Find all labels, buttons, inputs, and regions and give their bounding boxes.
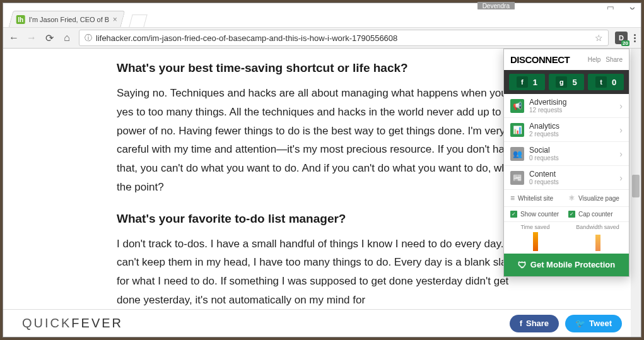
whitelist-label: Whitelist site <box>518 195 553 202</box>
back-button[interactable]: ← <box>8 32 20 44</box>
category-icon: 📰 <box>510 171 524 185</box>
facebook-share-button[interactable]: f Share <box>510 315 559 332</box>
get-mobile-protection-button[interactable]: 🛡 Get Mobile Protection <box>504 254 629 276</box>
shield-icon: 🛡 <box>518 260 527 270</box>
net-count: 1 <box>533 78 537 87</box>
tab-title: I'm Jason Fried, CEO of B <box>29 16 109 23</box>
bookmark-star-icon[interactable]: ☆ <box>595 33 603 43</box>
mobile-btn-label: Get Mobile Protection <box>530 260 615 269</box>
site-info-icon[interactable]: ⓘ <box>85 33 92 44</box>
category-label: Social <box>529 146 614 155</box>
twitter-icon: t <box>595 76 607 88</box>
article-heading-2: What's your favorite to-do list manager? <box>117 212 527 226</box>
article-heading-1: What's your best time-saving shortcut or… <box>117 61 527 75</box>
show-counter-label: Show counter <box>520 211 559 218</box>
article-para-1: Saying no. Techniques and hacks are all … <box>117 84 527 197</box>
tweet-label: Tweet <box>589 319 612 328</box>
disconnect-popup: DISCONNECT Help Share f1g5t0 📢Advertisin… <box>503 49 629 277</box>
net-count: 0 <box>612 78 616 87</box>
logo-part-2: FEVER <box>71 316 123 330</box>
category-requests: 12 requests <box>529 107 614 114</box>
category-icon: 📢 <box>510 99 524 113</box>
facebook-icon: f <box>520 319 522 328</box>
category-requests: 0 requests <box>529 179 614 185</box>
home-button[interactable]: ⌂ <box>61 32 73 44</box>
article-para-2: I don't track to-dos. I have a small han… <box>117 235 527 310</box>
chrome-menu-button[interactable] <box>634 34 636 42</box>
help-link[interactable]: Help <box>588 56 601 63</box>
bandwidth-saved-bar <box>595 235 600 251</box>
facebook-icon: f <box>517 76 528 88</box>
reload-button[interactable]: ⟳ <box>44 32 55 44</box>
category-requests: 2 requests <box>529 131 614 138</box>
url-input[interactable] <box>96 33 591 43</box>
category-content[interactable]: 📰Content0 requests› <box>504 166 629 190</box>
checkbox-checked-icon: ✓ <box>510 211 517 218</box>
network-twitter-button[interactable]: t0 <box>588 74 624 90</box>
category-label: Advertising <box>529 98 614 107</box>
category-social[interactable]: 👥Social0 requests› <box>504 142 629 166</box>
visualize-label: Visualize page <box>578 195 619 202</box>
popup-title: DISCONNECT <box>510 54 570 65</box>
category-icon: 📊 <box>510 123 524 137</box>
omnibox[interactable]: ⓘ ☆ <box>79 30 609 46</box>
category-label: Content <box>529 170 614 179</box>
visualize-page-toggle[interactable]: ⚛ Visualize page <box>568 194 623 202</box>
bandwidth-saved-label: Bandwidth saved <box>566 225 629 231</box>
scrollbar[interactable] <box>631 49 641 337</box>
whitelist-site-toggle[interactable]: ≡ Whitelist site <box>510 194 565 202</box>
forward-button[interactable]: → <box>26 32 37 44</box>
ext-badge-count: 20 <box>621 40 629 46</box>
twitter-icon: 🐦 <box>575 319 585 328</box>
category-advertising[interactable]: 📢Advertising12 requests› <box>504 94 629 118</box>
cap-counter-label: Cap counter <box>578 211 612 218</box>
category-analytics[interactable]: 📊Analytics2 requests› <box>504 118 629 142</box>
cap-counter-checkbox[interactable]: ✓ Cap counter <box>568 211 623 218</box>
checkbox-checked-icon: ✓ <box>568 211 575 218</box>
net-count: 5 <box>572 78 577 87</box>
chevron-right-icon: › <box>619 125 623 135</box>
scroll-thumb[interactable] <box>632 175 640 197</box>
twitter-tweet-button[interactable]: 🐦 Tweet <box>565 315 622 332</box>
category-label: Analytics <box>529 122 614 131</box>
chevron-right-icon: › <box>619 149 623 159</box>
favicon-icon: lh <box>16 15 25 24</box>
logo-part-1: QUICK <box>22 316 71 330</box>
disconnect-extension-icon[interactable]: D 20 <box>615 32 628 44</box>
list-icon: ≡ <box>510 194 515 202</box>
network-facebook-button[interactable]: f1 <box>509 74 545 90</box>
chevron-right-icon: › <box>619 101 623 111</box>
share-link[interactable]: Share <box>606 56 623 63</box>
share-label: Share <box>526 319 549 328</box>
time-saved-label: Time saved <box>504 225 566 231</box>
time-saved-bar <box>533 232 538 251</box>
google-icon: g <box>556 76 567 88</box>
tab-close-icon[interactable]: × <box>113 15 117 24</box>
quickfever-logo: QUICKFEVER <box>22 316 123 331</box>
chevron-right-icon: › <box>619 173 623 183</box>
browser-tab[interactable]: lh I'm Jason Fried, CEO of B × <box>9 11 126 27</box>
category-icon: 👥 <box>510 147 524 161</box>
graph-icon: ⚛ <box>568 194 575 202</box>
bottom-bar: QUICKFEVER f Share 🐦 Tweet <box>3 309 641 337</box>
show-counter-checkbox[interactable]: ✓ Show counter <box>510 211 565 218</box>
network-google-button[interactable]: g5 <box>549 74 585 90</box>
category-requests: 0 requests <box>529 155 614 161</box>
new-tab-button[interactable] <box>129 15 148 27</box>
